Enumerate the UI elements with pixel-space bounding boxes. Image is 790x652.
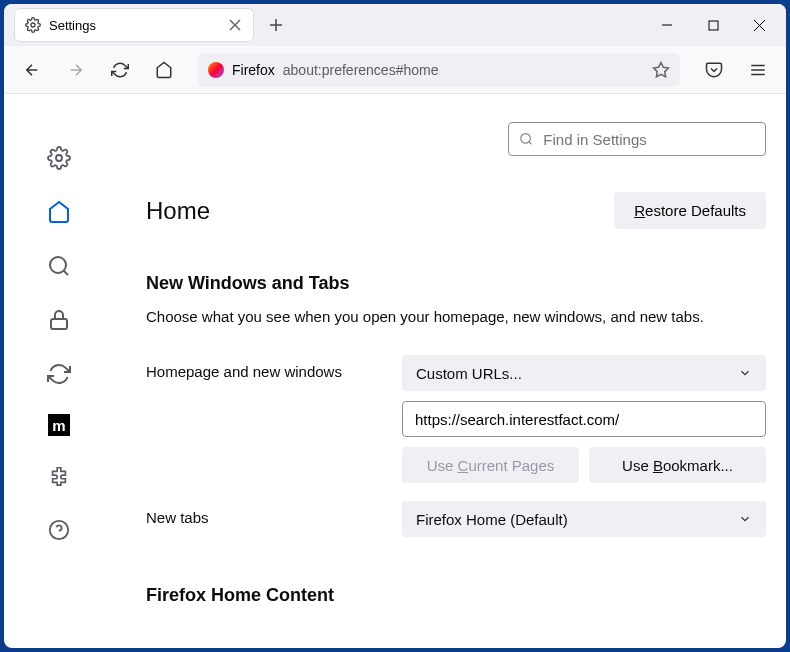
svg-rect-9 xyxy=(51,319,67,329)
firefox-logo-icon xyxy=(208,62,224,78)
close-icon[interactable] xyxy=(227,17,243,33)
restore-defaults-button[interactable]: Restore Defaults xyxy=(614,192,766,229)
content-section-heading: Firefox Home Content xyxy=(146,585,766,606)
use-current-pages-button[interactable]: Use Current Pages xyxy=(402,447,579,483)
sidebar-help[interactable] xyxy=(45,516,73,544)
forward-button[interactable] xyxy=(60,54,92,86)
section-heading: New Windows and Tabs xyxy=(146,273,766,294)
url-bar[interactable]: Firefoxabout:preferences#home xyxy=(198,53,680,87)
settings-search[interactable] xyxy=(508,122,766,156)
sidebar-extensions[interactable] xyxy=(45,462,73,490)
back-button[interactable] xyxy=(16,54,48,86)
chevron-down-icon xyxy=(738,366,752,380)
svg-point-7 xyxy=(50,257,66,273)
newtabs-dropdown[interactable]: Firefox Home (Default) xyxy=(402,501,766,537)
menu-button[interactable] xyxy=(742,54,774,86)
dropdown-value: Firefox Home (Default) xyxy=(416,511,568,528)
homepage-dropdown[interactable]: Custom URLs... xyxy=(402,355,766,391)
sidebar-general[interactable] xyxy=(45,144,73,172)
new-tab-button[interactable] xyxy=(260,9,292,41)
svg-point-12 xyxy=(521,134,531,144)
sidebar-extension-icon[interactable]: m xyxy=(48,414,70,436)
sidebar-search[interactable] xyxy=(45,252,73,280)
svg-line-8 xyxy=(64,271,68,275)
sidebar-sync[interactable] xyxy=(45,360,73,388)
window: Settings Firefoxabout:preferences#home xyxy=(4,4,786,648)
bookmark-star-icon[interactable] xyxy=(652,61,670,79)
gear-icon xyxy=(25,17,41,33)
settings-search-input[interactable] xyxy=(543,131,755,148)
main-panel: Home Restore Defaults New Windows and Ta… xyxy=(114,94,786,648)
minimize-button[interactable] xyxy=(644,4,690,46)
use-bookmark-button[interactable]: Use Bookmark... xyxy=(589,447,766,483)
newtabs-label: New tabs xyxy=(146,501,382,526)
content: m Home Restore Defaults New Windows and … xyxy=(4,94,786,648)
homepage-url-input[interactable] xyxy=(402,401,766,437)
tab-title: Settings xyxy=(49,18,219,33)
browser-tab[interactable]: Settings xyxy=(14,8,254,42)
sidebar-privacy[interactable] xyxy=(45,306,73,334)
home-button[interactable] xyxy=(148,54,180,86)
chevron-down-icon xyxy=(738,512,752,526)
page-title: Home xyxy=(146,197,210,225)
svg-line-13 xyxy=(529,142,532,145)
svg-point-6 xyxy=(56,155,62,161)
sidebar: m xyxy=(4,94,114,648)
maximize-button[interactable] xyxy=(690,4,736,46)
svg-marker-2 xyxy=(654,62,669,76)
section-description: Choose what you see when you open your h… xyxy=(146,308,766,325)
url-text: Firefoxabout:preferences#home xyxy=(232,62,438,78)
toolbar: Firefoxabout:preferences#home xyxy=(4,46,786,94)
close-window-button[interactable] xyxy=(736,4,782,46)
svg-rect-1 xyxy=(709,21,718,30)
sidebar-home[interactable] xyxy=(45,198,73,226)
svg-point-0 xyxy=(31,23,35,27)
reload-button[interactable] xyxy=(104,54,136,86)
window-controls xyxy=(644,4,782,46)
titlebar: Settings xyxy=(4,4,786,46)
homepage-label: Homepage and new windows xyxy=(146,355,382,380)
search-icon xyxy=(519,131,533,147)
pocket-button[interactable] xyxy=(698,54,730,86)
dropdown-value: Custom URLs... xyxy=(416,365,522,382)
